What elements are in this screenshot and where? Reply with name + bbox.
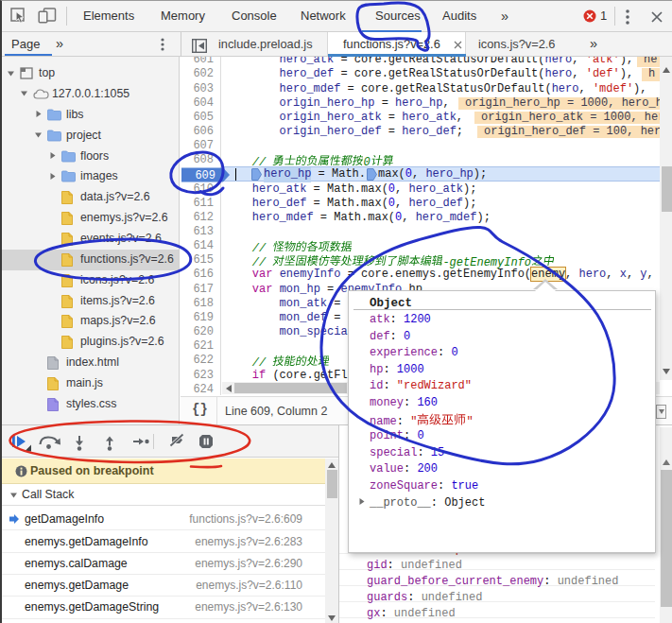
- svg-text:609: 609: [195, 170, 215, 183]
